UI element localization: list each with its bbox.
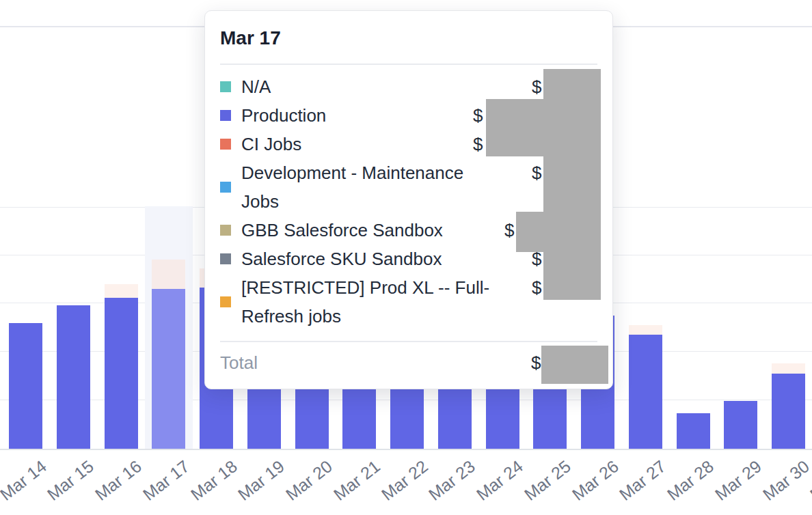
bar-cap-segment-mar-27[interactable] [629,325,662,335]
series-label: Development - Maintenance Jobs [241,158,491,216]
bar-cap-segment-mar-16[interactable] [105,284,138,298]
tooltip-row-development-maintenance: Development - Maintenance Jobs $ [220,158,597,216]
x-axis-label: Mar 27 [616,456,670,505]
redaction-box [543,69,601,300]
bar-cap-segment-mar-17[interactable] [152,260,185,289]
series-label: N/A [241,72,271,101]
redaction-box [486,99,543,156]
series-swatch-ci-jobs [220,139,231,150]
series-swatch-production [220,110,231,121]
bar-mar-29[interactable] [724,401,757,449]
series-value: $ [504,216,514,245]
tooltip-row-na: N/A $ [220,72,597,101]
tooltip-title: Mar 17 [220,27,281,49]
x-axis-label: Mar 31 [807,456,812,505]
bar-mar-17[interactable] [152,289,185,449]
total-value: $ [531,348,541,377]
tooltip-row-restricted-prod-xl: [RESTRICTED] Prod XL -- Full-Refresh job… [220,273,597,331]
chart-tooltip: Mar 17 N/A $ Production $ CI Jobs $ Deve… [204,10,613,389]
series-value: $ [473,130,483,158]
x-axis-label: Mar 17 [139,456,193,505]
series-value: $ [532,158,541,187]
total-label: Total [220,352,258,373]
series-swatch-sku [220,253,231,264]
x-axis-label: Mar 29 [711,456,765,505]
x-axis-label: Mar 18 [187,456,241,505]
bar-cap-segment-mar-30[interactable] [772,363,805,374]
bar-mar-27[interactable] [629,335,662,449]
series-swatch-restricted [220,296,231,307]
bar-mar-30[interactable] [772,374,805,449]
bar-mar-16[interactable] [105,298,138,449]
series-label: GBB Salesforce Sandbox [241,216,443,245]
x-axis-line [0,449,812,450]
series-label: [RESTRICTED] Prod XL -- Full-Refresh job… [241,273,491,331]
x-axis-label: Mar 30 [759,456,812,505]
series-value: $ [473,101,483,130]
bar-mar-14[interactable] [9,323,42,449]
x-axis-label: Mar 26 [568,456,622,505]
series-value: $ [532,273,541,302]
tooltip-divider [220,64,597,65]
x-axis-label: Mar 28 [664,456,718,505]
series-swatch-na [220,81,231,92]
series-label: Production [241,101,326,130]
bar-mar-28[interactable] [677,413,710,449]
x-axis-label: Mar 14 [0,456,50,505]
x-axis-label: Mar 23 [425,456,479,505]
series-label: Salesforce SKU Sandbox [241,245,442,273]
x-axis-label: Mar 24 [473,456,527,505]
series-swatch-development [220,182,231,193]
x-axis-labels: Mar 14Mar 15Mar 16Mar 17Mar 18Mar 19Mar … [0,456,812,515]
x-axis-label: Mar 16 [92,456,146,505]
x-axis-label: Mar 21 [329,456,383,505]
redaction-box [516,212,543,252]
bar-mar-15[interactable] [57,305,90,449]
series-swatch-gbb [220,225,231,236]
x-axis-label: Mar 15 [44,456,98,505]
series-value: $ [532,72,541,101]
tooltip-divider [220,341,597,342]
x-axis-label: Mar 25 [520,456,574,505]
x-axis-label: Mar 22 [377,456,431,505]
x-axis-label: Mar 19 [234,456,288,505]
x-axis-label: Mar 20 [282,456,336,505]
series-label: CI Jobs [241,130,301,158]
redaction-box [541,346,608,384]
